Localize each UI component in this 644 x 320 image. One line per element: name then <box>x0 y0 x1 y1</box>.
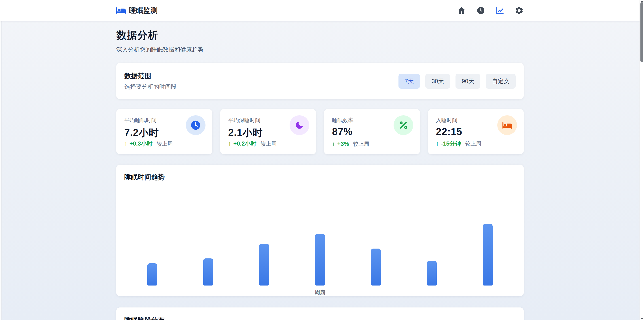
trend-bar[interactable] <box>315 234 325 285</box>
trend-bar-slot <box>460 224 516 285</box>
trend-bar[interactable] <box>147 263 157 285</box>
stat-card-avg-sleep: 平均睡眠时间 7.2小时 ↑ +0.3小时 较上周 <box>116 109 212 154</box>
clock-icon <box>476 12 485 16</box>
sleep-stages-card: 睡眠阶段分布 <box>116 307 524 320</box>
app-title: 睡眠监测 <box>129 6 158 16</box>
range-button-group: 7天 30天 90天 自定义 <box>398 74 516 89</box>
stat-change-note: 较上周 <box>156 140 173 147</box>
trend-bar-slot <box>404 261 460 285</box>
bed-logo-icon <box>116 7 126 14</box>
trend-bar-slot <box>292 234 348 285</box>
scrollbar-thumb[interactable] <box>640 2 643 62</box>
trend-bar-slot <box>180 258 236 285</box>
nav-icons <box>457 6 524 15</box>
home-icon <box>457 12 466 16</box>
data-range-card: 数据范围 选择要分析的时间段 7天 30天 90天 自定义 <box>116 63 524 99</box>
trend-bar[interactable] <box>371 249 381 285</box>
trend-bar[interactable] <box>259 244 269 285</box>
brand[interactable]: 睡眠监测 <box>116 6 158 16</box>
trend-bar[interactable] <box>427 261 437 285</box>
stat-card-bedtime: 入睡时间 22:15 ↑ -15分钟 较上周 <box>428 109 524 154</box>
main-content: 数据分析 深入分析您的睡眠数据和健康趋势 数据范围 选择要分析的时间段 7天 3… <box>116 21 524 320</box>
gear-icon <box>515 12 524 16</box>
clock-icon <box>186 115 206 136</box>
page-subtitle: 深入分析您的睡眠数据和健康趋势 <box>116 46 524 54</box>
vertical-scrollbar[interactable] <box>640 0 644 320</box>
range-90d-button[interactable]: 90天 <box>456 74 480 89</box>
stats-grid: 平均睡眠时间 7.2小时 ↑ +0.3小时 较上周 平均深睡时间 2.1小时 ↑… <box>116 109 524 154</box>
data-range-subtitle: 选择要分析的时间段 <box>124 83 177 91</box>
nav-analytics-button[interactable] <box>496 6 504 15</box>
trend-up-icon: ↑ <box>228 140 231 147</box>
range-7d-button[interactable]: 7天 <box>398 74 420 89</box>
page-title: 数据分析 <box>116 29 524 42</box>
stat-change: +3% <box>337 140 349 147</box>
stat-card-deep-sleep: 平均深睡时间 2.1小时 ↑ +0.2小时 较上周 <box>220 109 316 154</box>
percent-icon <box>394 115 413 136</box>
nav-history-button[interactable] <box>476 6 485 15</box>
trend-bar[interactable] <box>203 258 213 285</box>
range-custom-button[interactable]: 自定义 <box>486 74 516 89</box>
sleep-trend-title: 睡眠时间趋势 <box>124 173 516 182</box>
moon-icon <box>290 115 309 136</box>
stat-change-note: 较上周 <box>353 140 369 147</box>
nav-home-button[interactable] <box>457 6 466 15</box>
line-chart-icon <box>496 12 504 16</box>
nav-settings-button[interactable] <box>515 6 524 15</box>
trend-bars <box>124 182 516 285</box>
sleep-stages-title: 睡眠阶段分布 <box>124 315 516 320</box>
sleep-trend-card: 睡眠时间趋势 周一周二周三周四周五周六周日 <box>116 165 524 296</box>
trend-up-icon: ↑ <box>436 140 439 147</box>
stat-change: -15分钟 <box>441 140 461 147</box>
bed-icon <box>497 115 517 136</box>
data-range-title: 数据范围 <box>124 71 177 81</box>
stat-change-note: 较上周 <box>260 140 276 147</box>
trend-bar-slot <box>348 249 404 285</box>
trend-bar-slot <box>236 244 292 285</box>
trend-x-labels: 周一周二周三周四周五周六周日 <box>124 285 516 296</box>
navbar: 睡眠监测 <box>0 0 644 21</box>
stat-card-efficiency: 睡眠效率 87% ↑ +3% 较上周 <box>324 109 420 154</box>
trend-bar-slot <box>124 263 180 285</box>
scrollbar-down-arrow-icon[interactable] <box>641 318 643 319</box>
stat-change: +0.2小时 <box>234 140 256 147</box>
scrollbar-up-arrow-icon[interactable] <box>641 1 643 2</box>
stat-change-note: 较上周 <box>465 140 481 147</box>
trend-up-icon: ↑ <box>332 140 335 147</box>
trend-x-label: 周日 <box>314 289 325 296</box>
window-left-edge <box>0 21 2 320</box>
trend-up-icon: ↑ <box>124 140 127 147</box>
range-30d-button[interactable]: 30天 <box>425 74 450 89</box>
trend-bar[interactable] <box>483 224 492 285</box>
stat-change: +0.3小时 <box>130 140 152 147</box>
